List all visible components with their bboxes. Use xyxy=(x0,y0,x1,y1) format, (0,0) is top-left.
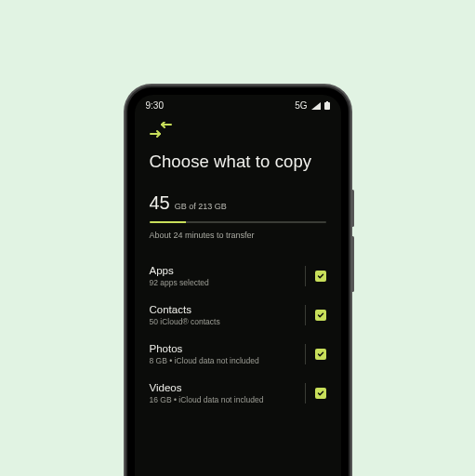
list-item[interactable]: Apps 92 apps selected xyxy=(150,257,326,296)
item-right xyxy=(305,305,326,325)
content: Choose what to copy 45 GB of 213 GB Abou… xyxy=(135,112,341,413)
check-icon xyxy=(317,272,324,280)
item-subtitle: 50 iCloud® contacts xyxy=(150,317,220,326)
phone-side-button xyxy=(351,190,354,227)
checkbox[interactable] xyxy=(315,271,326,282)
list-item[interactable]: Photos 8 GB • iCloud data not included xyxy=(150,335,326,374)
check-icon xyxy=(317,350,324,358)
list-item[interactable]: Contacts 50 iCloud® contacts xyxy=(150,296,326,335)
usage-total: GB of 213 GB xyxy=(175,202,227,211)
progress-fill xyxy=(150,221,187,223)
item-text: Apps 92 apps selected xyxy=(150,265,209,287)
transfer-arrows-icon xyxy=(150,122,326,139)
item-right xyxy=(305,383,326,403)
item-title: Contacts xyxy=(150,304,220,315)
status-right: 5G xyxy=(295,100,329,111)
item-divider xyxy=(305,305,306,325)
phone-side-button xyxy=(351,236,354,292)
battery-icon xyxy=(324,101,330,110)
item-divider xyxy=(305,266,306,286)
progress-bar xyxy=(150,221,326,223)
check-icon xyxy=(317,390,324,397)
signal-icon xyxy=(311,102,321,110)
status-time: 9:30 xyxy=(146,100,164,111)
checkbox[interactable] xyxy=(315,349,326,360)
item-subtitle: 8 GB • iCloud data not included xyxy=(150,356,259,365)
item-title: Photos xyxy=(150,343,259,354)
item-divider xyxy=(305,383,306,403)
item-subtitle: 16 GB • iCloud data not included xyxy=(150,395,264,404)
usage-amount: 45 xyxy=(150,192,170,214)
item-right xyxy=(305,266,326,286)
usage-row: 45 GB of 213 GB xyxy=(150,192,326,214)
item-title: Videos xyxy=(150,382,264,393)
page-title: Choose what to copy xyxy=(150,152,326,172)
item-text: Videos 16 GB • iCloud data not included xyxy=(150,382,264,404)
item-subtitle: 92 apps selected xyxy=(150,278,209,287)
checkbox[interactable] xyxy=(315,388,326,399)
svg-rect-0 xyxy=(324,102,330,110)
eta-text: About 24 minutes to transfer xyxy=(150,231,326,240)
check-icon xyxy=(317,311,324,319)
screen: 9:30 5G xyxy=(135,95,341,476)
item-text: Photos 8 GB • iCloud data not included xyxy=(150,343,259,365)
item-divider xyxy=(305,344,306,364)
svg-rect-1 xyxy=(326,101,328,102)
item-right xyxy=(305,344,326,364)
status-network: 5G xyxy=(295,100,307,111)
phone-frame: 9:30 5G xyxy=(127,87,349,476)
item-title: Apps xyxy=(150,265,209,276)
list-item[interactable]: Videos 16 GB • iCloud data not included xyxy=(150,374,326,413)
item-text: Contacts 50 iCloud® contacts xyxy=(150,304,220,326)
status-bar: 9:30 5G xyxy=(135,95,341,112)
checkbox[interactable] xyxy=(315,310,326,321)
